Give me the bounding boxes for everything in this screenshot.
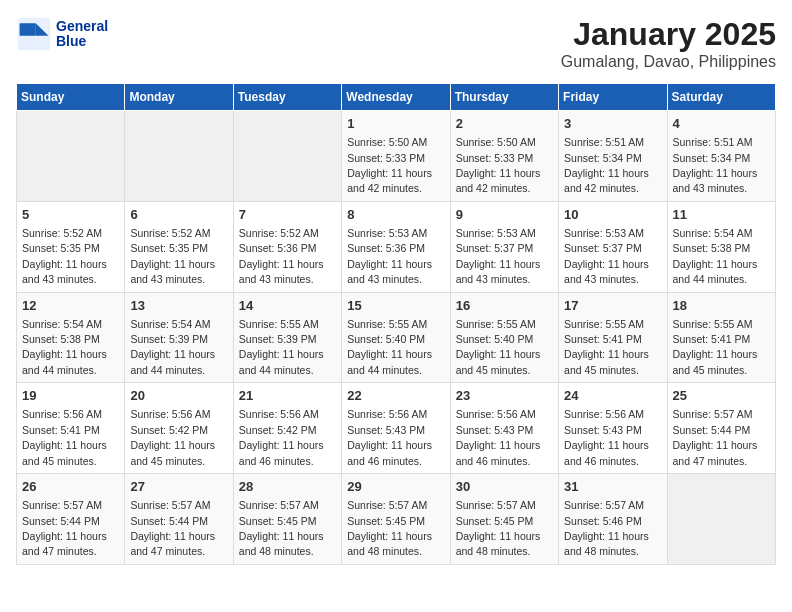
day-info: Sunrise: 5:55 AM Sunset: 5:40 PM Dayligh… (456, 318, 541, 376)
day-cell: 25Sunrise: 5:57 AM Sunset: 5:44 PM Dayli… (667, 383, 775, 474)
day-number: 22 (347, 387, 444, 405)
day-cell: 31Sunrise: 5:57 AM Sunset: 5:46 PM Dayli… (559, 474, 667, 565)
day-cell: 23Sunrise: 5:56 AM Sunset: 5:43 PM Dayli… (450, 383, 558, 474)
day-info: Sunrise: 5:57 AM Sunset: 5:44 PM Dayligh… (130, 499, 215, 557)
logo-line2: Blue (56, 34, 108, 49)
day-number: 5 (22, 206, 119, 224)
day-number: 15 (347, 297, 444, 315)
day-number: 19 (22, 387, 119, 405)
day-number: 21 (239, 387, 336, 405)
day-info: Sunrise: 5:56 AM Sunset: 5:43 PM Dayligh… (456, 408, 541, 466)
day-cell: 3Sunrise: 5:51 AM Sunset: 5:34 PM Daylig… (559, 111, 667, 202)
day-cell (17, 111, 125, 202)
day-info: Sunrise: 5:53 AM Sunset: 5:36 PM Dayligh… (347, 227, 432, 285)
header-cell-friday: Friday (559, 84, 667, 111)
day-number: 30 (456, 478, 553, 496)
day-info: Sunrise: 5:53 AM Sunset: 5:37 PM Dayligh… (456, 227, 541, 285)
day-info: Sunrise: 5:54 AM Sunset: 5:39 PM Dayligh… (130, 318, 215, 376)
header-cell-thursday: Thursday (450, 84, 558, 111)
logo-icon (16, 16, 52, 52)
day-number: 16 (456, 297, 553, 315)
day-cell: 14Sunrise: 5:55 AM Sunset: 5:39 PM Dayli… (233, 292, 341, 383)
header-cell-saturday: Saturday (667, 84, 775, 111)
day-info: Sunrise: 5:56 AM Sunset: 5:43 PM Dayligh… (564, 408, 649, 466)
day-cell (233, 111, 341, 202)
day-info: Sunrise: 5:55 AM Sunset: 5:41 PM Dayligh… (673, 318, 758, 376)
header-cell-tuesday: Tuesday (233, 84, 341, 111)
calendar-title: January 2025 (561, 16, 776, 53)
day-cell: 2Sunrise: 5:50 AM Sunset: 5:33 PM Daylig… (450, 111, 558, 202)
day-cell: 8Sunrise: 5:53 AM Sunset: 5:36 PM Daylig… (342, 201, 450, 292)
day-number: 25 (673, 387, 770, 405)
day-number: 18 (673, 297, 770, 315)
day-info: Sunrise: 5:57 AM Sunset: 5:46 PM Dayligh… (564, 499, 649, 557)
day-info: Sunrise: 5:52 AM Sunset: 5:35 PM Dayligh… (22, 227, 107, 285)
calendar-header: SundayMondayTuesdayWednesdayThursdayFrid… (17, 84, 776, 111)
day-number: 28 (239, 478, 336, 496)
day-info: Sunrise: 5:56 AM Sunset: 5:42 PM Dayligh… (130, 408, 215, 466)
week-row-4: 26Sunrise: 5:57 AM Sunset: 5:44 PM Dayli… (17, 474, 776, 565)
day-cell: 10Sunrise: 5:53 AM Sunset: 5:37 PM Dayli… (559, 201, 667, 292)
week-row-2: 12Sunrise: 5:54 AM Sunset: 5:38 PM Dayli… (17, 292, 776, 383)
week-row-3: 19Sunrise: 5:56 AM Sunset: 5:41 PM Dayli… (17, 383, 776, 474)
day-info: Sunrise: 5:55 AM Sunset: 5:41 PM Dayligh… (564, 318, 649, 376)
day-cell (667, 474, 775, 565)
day-info: Sunrise: 5:57 AM Sunset: 5:45 PM Dayligh… (456, 499, 541, 557)
day-info: Sunrise: 5:57 AM Sunset: 5:44 PM Dayligh… (22, 499, 107, 557)
day-number: 14 (239, 297, 336, 315)
day-cell: 11Sunrise: 5:54 AM Sunset: 5:38 PM Dayli… (667, 201, 775, 292)
day-number: 8 (347, 206, 444, 224)
week-row-1: 5Sunrise: 5:52 AM Sunset: 5:35 PM Daylig… (17, 201, 776, 292)
day-info: Sunrise: 5:51 AM Sunset: 5:34 PM Dayligh… (673, 136, 758, 194)
day-cell: 7Sunrise: 5:52 AM Sunset: 5:36 PM Daylig… (233, 201, 341, 292)
day-cell: 16Sunrise: 5:55 AM Sunset: 5:40 PM Dayli… (450, 292, 558, 383)
day-cell: 5Sunrise: 5:52 AM Sunset: 5:35 PM Daylig… (17, 201, 125, 292)
day-cell: 28Sunrise: 5:57 AM Sunset: 5:45 PM Dayli… (233, 474, 341, 565)
day-number: 27 (130, 478, 227, 496)
day-number: 23 (456, 387, 553, 405)
day-number: 3 (564, 115, 661, 133)
day-number: 11 (673, 206, 770, 224)
week-row-0: 1Sunrise: 5:50 AM Sunset: 5:33 PM Daylig… (17, 111, 776, 202)
logo-text: General Blue (56, 19, 108, 50)
day-cell: 19Sunrise: 5:56 AM Sunset: 5:41 PM Dayli… (17, 383, 125, 474)
day-info: Sunrise: 5:57 AM Sunset: 5:45 PM Dayligh… (347, 499, 432, 557)
day-info: Sunrise: 5:56 AM Sunset: 5:42 PM Dayligh… (239, 408, 324, 466)
day-cell: 24Sunrise: 5:56 AM Sunset: 5:43 PM Dayli… (559, 383, 667, 474)
day-cell: 21Sunrise: 5:56 AM Sunset: 5:42 PM Dayli… (233, 383, 341, 474)
day-number: 1 (347, 115, 444, 133)
day-cell: 15Sunrise: 5:55 AM Sunset: 5:40 PM Dayli… (342, 292, 450, 383)
calendar-table: SundayMondayTuesdayWednesdayThursdayFrid… (16, 83, 776, 565)
day-info: Sunrise: 5:57 AM Sunset: 5:45 PM Dayligh… (239, 499, 324, 557)
svg-rect-2 (20, 23, 36, 36)
day-number: 2 (456, 115, 553, 133)
day-cell: 12Sunrise: 5:54 AM Sunset: 5:38 PM Dayli… (17, 292, 125, 383)
day-cell: 6Sunrise: 5:52 AM Sunset: 5:35 PM Daylig… (125, 201, 233, 292)
day-cell: 17Sunrise: 5:55 AM Sunset: 5:41 PM Dayli… (559, 292, 667, 383)
day-number: 29 (347, 478, 444, 496)
day-info: Sunrise: 5:57 AM Sunset: 5:44 PM Dayligh… (673, 408, 758, 466)
day-info: Sunrise: 5:54 AM Sunset: 5:38 PM Dayligh… (673, 227, 758, 285)
day-info: Sunrise: 5:51 AM Sunset: 5:34 PM Dayligh… (564, 136, 649, 194)
day-number: 7 (239, 206, 336, 224)
day-cell: 22Sunrise: 5:56 AM Sunset: 5:43 PM Dayli… (342, 383, 450, 474)
day-number: 13 (130, 297, 227, 315)
header-row: SundayMondayTuesdayWednesdayThursdayFrid… (17, 84, 776, 111)
day-cell: 20Sunrise: 5:56 AM Sunset: 5:42 PM Dayli… (125, 383, 233, 474)
day-cell: 27Sunrise: 5:57 AM Sunset: 5:44 PM Dayli… (125, 474, 233, 565)
calendar-subtitle: Gumalang, Davao, Philippines (561, 53, 776, 71)
day-number: 6 (130, 206, 227, 224)
day-cell: 1Sunrise: 5:50 AM Sunset: 5:33 PM Daylig… (342, 111, 450, 202)
calendar-body: 1Sunrise: 5:50 AM Sunset: 5:33 PM Daylig… (17, 111, 776, 565)
day-number: 24 (564, 387, 661, 405)
day-cell: 18Sunrise: 5:55 AM Sunset: 5:41 PM Dayli… (667, 292, 775, 383)
day-cell: 29Sunrise: 5:57 AM Sunset: 5:45 PM Dayli… (342, 474, 450, 565)
day-number: 31 (564, 478, 661, 496)
title-block: January 2025 Gumalang, Davao, Philippine… (561, 16, 776, 71)
day-info: Sunrise: 5:55 AM Sunset: 5:40 PM Dayligh… (347, 318, 432, 376)
day-number: 10 (564, 206, 661, 224)
day-info: Sunrise: 5:52 AM Sunset: 5:36 PM Dayligh… (239, 227, 324, 285)
day-cell: 30Sunrise: 5:57 AM Sunset: 5:45 PM Dayli… (450, 474, 558, 565)
day-number: 20 (130, 387, 227, 405)
day-cell (125, 111, 233, 202)
